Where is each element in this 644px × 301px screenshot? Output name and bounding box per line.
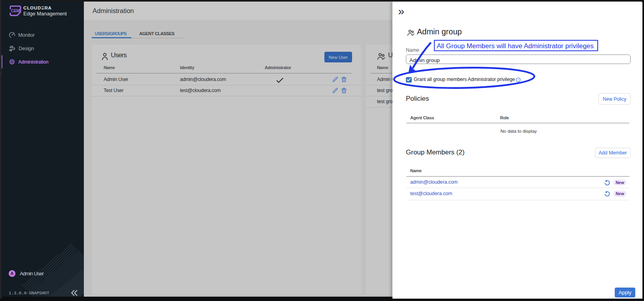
svg-text:CEM: CEM (11, 9, 20, 13)
svg-text:All Group Members will have Ad: All Group Members will have Administrato… (437, 42, 594, 50)
